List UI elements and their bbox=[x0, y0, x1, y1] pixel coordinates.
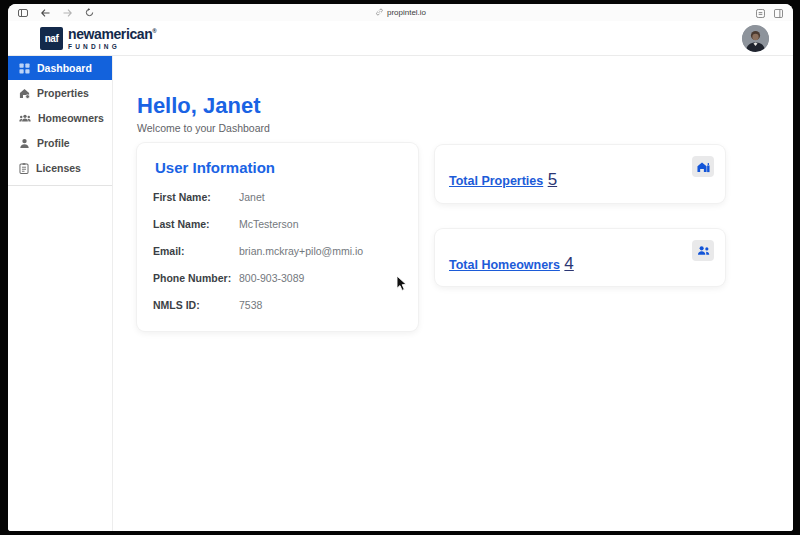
address-bar[interactable]: propintel.io bbox=[375, 4, 426, 21]
info-row-first-name: First Name: Janet bbox=[153, 191, 402, 203]
naf-logo-badge: naf bbox=[40, 27, 63, 50]
sidebar-item-label: Dashboard bbox=[37, 62, 92, 74]
field-value: McTesterson bbox=[239, 218, 299, 230]
browser-window: propintel.io naf newamerican® FUNDING bbox=[8, 4, 793, 531]
sidebar-item-homeowners[interactable]: Homeowners bbox=[8, 106, 112, 130]
sidebar-item-profile[interactable]: Profile bbox=[8, 131, 112, 155]
info-row-email: Email: brian.mckray+pilo@mmi.io bbox=[153, 245, 402, 257]
field-value: Janet bbox=[239, 191, 265, 203]
sidebar-item-label: Licenses bbox=[36, 162, 81, 174]
sidebar-item-label: Homeowners bbox=[38, 112, 104, 124]
field-label: Phone Number: bbox=[153, 272, 239, 284]
field-label: First Name: bbox=[153, 191, 239, 203]
registered-mark: ® bbox=[152, 27, 156, 33]
field-label: Email: bbox=[153, 245, 239, 257]
sidebar-divider bbox=[8, 185, 112, 186]
browser-nav-controls bbox=[18, 8, 94, 17]
info-row-phone-number: Phone Number: 800-903-3089 bbox=[153, 272, 402, 284]
field-label: Last Name: bbox=[153, 218, 239, 230]
user-information-title: User Information bbox=[155, 159, 402, 176]
dashboard-content-row: User Information First Name: Janet Last … bbox=[137, 143, 725, 331]
browser-toolbar: propintel.io bbox=[8, 4, 793, 21]
field-value: 7538 bbox=[239, 299, 262, 311]
two-people-icon[interactable] bbox=[692, 240, 714, 261]
field-label: NMLS ID: bbox=[153, 299, 239, 311]
link-icon bbox=[375, 8, 383, 18]
brand-name: newamerican bbox=[68, 26, 152, 42]
sidebar-item-label: Properties bbox=[37, 87, 89, 99]
total-homeowners-card: Total Homeowners 4 bbox=[435, 229, 725, 287]
reader-view-icon[interactable] bbox=[756, 4, 765, 22]
main-content: Hello, Janet Welcome to your Dashboard U… bbox=[113, 56, 793, 531]
page-subtitle: Welcome to your Dashboard bbox=[137, 122, 725, 134]
app-body: Dashboard Properties Homeowners Profile … bbox=[8, 56, 793, 531]
user-avatar[interactable] bbox=[742, 25, 769, 52]
sidebar: Dashboard Properties Homeowners Profile … bbox=[8, 56, 113, 531]
sidebar-item-licenses[interactable]: Licenses bbox=[8, 156, 112, 180]
total-homeowners-link[interactable]: Total Homeowners bbox=[449, 258, 560, 272]
total-properties-link[interactable]: Total Properties bbox=[449, 174, 543, 188]
home-building-icon[interactable] bbox=[692, 156, 714, 177]
split-view-icon[interactable] bbox=[774, 4, 783, 22]
user-information-card: User Information First Name: Janet Last … bbox=[137, 143, 418, 331]
field-value: 800-903-3089 bbox=[239, 272, 304, 284]
stats-column: Total Properties 5 Total Homeowners 4 bbox=[435, 145, 725, 286]
app-header: naf newamerican® FUNDING bbox=[8, 21, 793, 56]
page-title: Hello, Janet bbox=[137, 94, 725, 118]
sidebar-item-dashboard[interactable]: Dashboard bbox=[8, 56, 112, 80]
info-row-last-name: Last Name: McTesterson bbox=[153, 218, 402, 230]
group-icon bbox=[19, 113, 31, 123]
naf-logo[interactable]: naf newamerican® FUNDING bbox=[40, 26, 157, 51]
forward-arrow-icon[interactable] bbox=[63, 9, 72, 17]
license-document-icon bbox=[19, 163, 29, 174]
total-properties-count[interactable]: 5 bbox=[548, 170, 557, 190]
info-row-nmls-id: NMLS ID: 7538 bbox=[153, 299, 402, 311]
total-homeowners-count[interactable]: 4 bbox=[564, 254, 573, 274]
house-icon bbox=[19, 88, 30, 99]
field-value: brian.mckray+pilo@mmi.io bbox=[239, 245, 363, 257]
naf-logo-text: newamerican® FUNDING bbox=[68, 26, 157, 51]
total-properties-card: Total Properties 5 bbox=[435, 145, 725, 203]
avatar-photo-icon bbox=[742, 25, 769, 52]
dashboard-grid-icon bbox=[19, 63, 30, 74]
sidebar-item-label: Profile bbox=[37, 137, 70, 149]
browser-right-controls bbox=[756, 4, 783, 22]
sidebar-item-properties[interactable]: Properties bbox=[8, 81, 112, 105]
url-text: propintel.io bbox=[387, 8, 426, 17]
sidebar-toggle-icon[interactable] bbox=[18, 9, 28, 17]
reload-icon[interactable] bbox=[85, 8, 94, 17]
brand-subname: FUNDING bbox=[68, 44, 157, 51]
person-icon bbox=[19, 138, 30, 149]
back-arrow-icon[interactable] bbox=[41, 9, 50, 17]
